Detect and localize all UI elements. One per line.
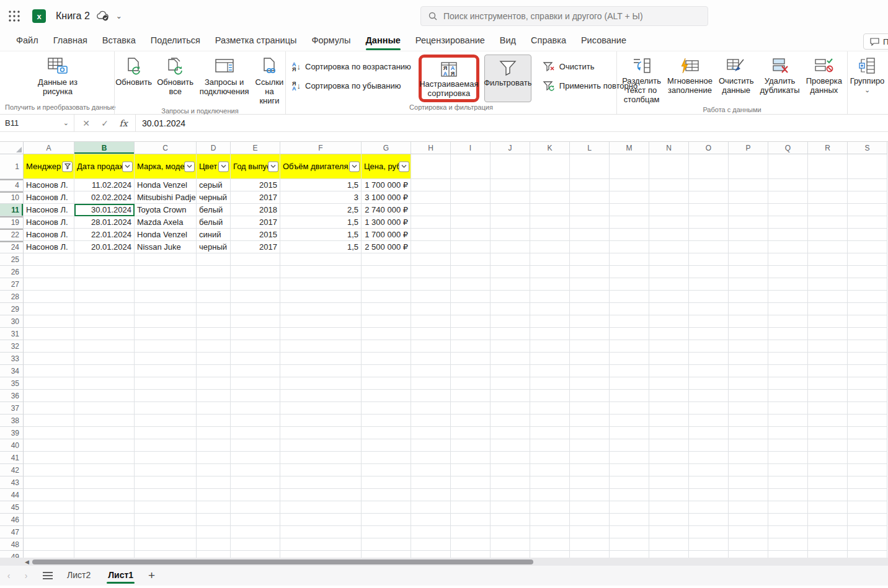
cell-D10[interactable]: черный xyxy=(197,191,231,204)
cell-K11[interactable] xyxy=(530,204,570,216)
cell-R29[interactable] xyxy=(808,303,848,315)
column-header-K[interactable]: K xyxy=(530,142,570,154)
cell-M11[interactable] xyxy=(610,204,649,216)
cell-K33[interactable] xyxy=(530,353,570,365)
cell-P25[interactable] xyxy=(729,253,768,266)
cell-A24[interactable]: Насонов Л. xyxy=(24,241,74,253)
cell-A1[interactable]: Менджер xyxy=(24,154,74,179)
cell-S32[interactable] xyxy=(848,340,887,353)
cell-O35[interactable] xyxy=(689,377,729,390)
cell-L27[interactable] xyxy=(570,278,610,291)
cell-K32[interactable] xyxy=(530,340,570,353)
insert-function-icon[interactable]: fx xyxy=(114,118,133,128)
cell-I37[interactable] xyxy=(451,402,491,415)
cell-J49[interactable] xyxy=(491,551,530,558)
cell-E37[interactable] xyxy=(231,402,280,415)
cell-G32[interactable] xyxy=(362,340,411,353)
cell-F37[interactable] xyxy=(280,402,362,415)
cell-B39[interactable] xyxy=(74,427,135,439)
add-sheet-button[interactable]: + xyxy=(148,569,155,582)
cell-G34[interactable] xyxy=(362,365,411,377)
cell-H28[interactable] xyxy=(411,291,451,303)
cell-O37[interactable] xyxy=(689,402,729,415)
cell-G27[interactable] xyxy=(362,278,411,291)
row-header-10[interactable]: 10 xyxy=(0,191,24,204)
column-header-J[interactable]: J xyxy=(491,142,530,154)
row-header-26[interactable]: 26 xyxy=(0,266,24,278)
cell-M39[interactable] xyxy=(610,427,649,439)
cell-M33[interactable] xyxy=(610,353,649,365)
cell-S47[interactable] xyxy=(848,526,887,538)
menu-tab-Справка[interactable]: Справка xyxy=(523,33,574,50)
cell-Q44[interactable] xyxy=(768,489,808,501)
cell-K37[interactable] xyxy=(530,402,570,415)
cell-B24[interactable]: 20.01.2024 xyxy=(74,241,135,253)
column-header-D[interactable]: D xyxy=(197,142,231,154)
cell-B29[interactable] xyxy=(74,303,135,315)
cell-L43[interactable] xyxy=(570,476,610,489)
cell-O26[interactable] xyxy=(689,266,729,278)
row-header-40[interactable]: 40 xyxy=(0,439,24,452)
menu-tab-Данные[interactable]: Данные xyxy=(358,33,408,50)
cell-S30[interactable] xyxy=(848,315,887,328)
cell-L49[interactable] xyxy=(570,551,610,558)
text-to-columns-button[interactable]: Разделить текст по столбцам xyxy=(619,54,664,105)
cell-S25[interactable] xyxy=(848,253,887,266)
cell-O33[interactable] xyxy=(689,353,729,365)
cell-S1[interactable] xyxy=(848,154,887,179)
cell-J4[interactable] xyxy=(491,179,530,191)
cell-K42[interactable] xyxy=(530,464,570,476)
cell-M19[interactable] xyxy=(610,216,649,229)
cell-Q42[interactable] xyxy=(768,464,808,476)
menu-tab-Вставка[interactable]: Вставка xyxy=(95,33,143,50)
cell-G40[interactable] xyxy=(362,439,411,452)
cell-H25[interactable] xyxy=(411,253,451,266)
cell-D48[interactable] xyxy=(197,538,231,551)
cell-E10[interactable]: 2017 xyxy=(231,191,280,204)
all-sheets-menu-icon[interactable] xyxy=(42,571,53,580)
cell-P19[interactable] xyxy=(729,216,768,229)
column-header-L[interactable]: L xyxy=(570,142,610,154)
cell-M40[interactable] xyxy=(610,439,649,452)
cell-O42[interactable] xyxy=(689,464,729,476)
cell-O28[interactable] xyxy=(689,291,729,303)
comments-button[interactable]: При xyxy=(863,33,888,50)
cell-R39[interactable] xyxy=(808,427,848,439)
cell-E43[interactable] xyxy=(231,476,280,489)
cell-S29[interactable] xyxy=(848,303,887,315)
cell-M41[interactable] xyxy=(610,452,649,464)
column-header-F[interactable]: F xyxy=(280,142,362,154)
cell-K22[interactable] xyxy=(530,229,570,241)
cell-C41[interactable] xyxy=(135,452,197,464)
cell-S10[interactable] xyxy=(848,191,887,204)
cell-I34[interactable] xyxy=(451,365,491,377)
cell-F35[interactable] xyxy=(280,377,362,390)
cell-Q46[interactable] xyxy=(768,514,808,526)
cell-H47[interactable] xyxy=(411,526,451,538)
cell-L34[interactable] xyxy=(570,365,610,377)
row-header-41[interactable]: 41 xyxy=(0,452,24,464)
cell-G26[interactable] xyxy=(362,266,411,278)
cell-H33[interactable] xyxy=(411,353,451,365)
cell-J42[interactable] xyxy=(491,464,530,476)
cell-F36[interactable] xyxy=(280,390,362,402)
cell-A35[interactable] xyxy=(24,377,74,390)
cell-O38[interactable] xyxy=(689,415,729,427)
cell-I22[interactable] xyxy=(451,229,491,241)
cell-M37[interactable] xyxy=(610,402,649,415)
cell-K46[interactable] xyxy=(530,514,570,526)
row-header-48[interactable]: 48 xyxy=(0,538,24,551)
cell-S42[interactable] xyxy=(848,464,887,476)
scroll-left-arrow-icon[interactable]: ◀ xyxy=(25,559,29,565)
cell-E39[interactable] xyxy=(231,427,280,439)
cell-H1[interactable] xyxy=(411,154,451,179)
cell-I31[interactable] xyxy=(451,328,491,340)
cell-O25[interactable] xyxy=(689,253,729,266)
cell-I19[interactable] xyxy=(451,216,491,229)
cell-O41[interactable] xyxy=(689,452,729,464)
cell-B48[interactable] xyxy=(74,538,135,551)
cell-M10[interactable] xyxy=(610,191,649,204)
cell-S44[interactable] xyxy=(848,489,887,501)
cell-A40[interactable] xyxy=(24,439,74,452)
cell-N49[interactable] xyxy=(649,551,689,558)
